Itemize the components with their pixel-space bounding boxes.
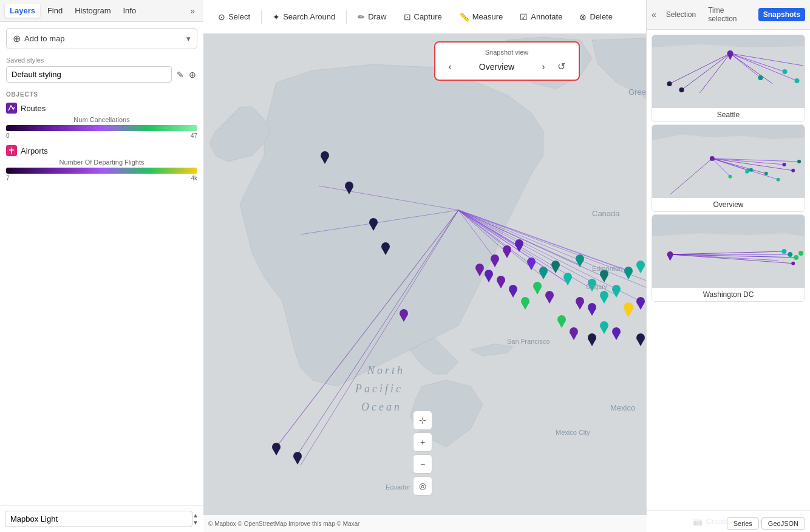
snapshot-thumb-dc (652, 215, 805, 288)
svg-point-51 (545, 291, 554, 299)
airports-gradient-bar (6, 168, 197, 174)
svg-point-99 (570, 327, 578, 336)
svg-point-178 (781, 249, 786, 254)
snapshot-prev-button[interactable]: ‹ (445, 60, 455, 73)
add-to-map-button[interactable]: ⊕ Add to map ▾ (6, 28, 197, 49)
panel-collapse-icon[interactable]: » (186, 5, 199, 17)
delete-label: Delete (590, 12, 613, 21)
svg-point-49 (533, 282, 542, 290)
draw-label: Draw (368, 12, 386, 21)
airports-min: 7 (6, 175, 10, 182)
svg-point-163 (777, 178, 780, 182)
tab-selection[interactable]: Selection (661, 8, 701, 21)
svg-point-59 (624, 267, 633, 275)
toolbar-separator-2 (346, 10, 347, 24)
edit-style-button[interactable]: ✎ (175, 69, 185, 81)
svg-point-101 (612, 327, 621, 336)
svg-point-180 (794, 255, 798, 260)
capture-label: Capture (414, 12, 442, 21)
svg-text:Canada: Canada (592, 209, 620, 218)
measure-icon: 📏 (459, 12, 469, 22)
svg-point-29 (475, 264, 484, 272)
airports-header: Airports (6, 145, 197, 156)
search-around-icon: ✦ (273, 12, 280, 22)
routes-icon (6, 103, 17, 114)
svg-point-69 (588, 303, 596, 312)
svg-text:Edmonton: Edmonton (592, 265, 622, 272)
chevron-down-icon: ▼ (192, 519, 199, 526)
airports-legend-range: 7 4k (6, 175, 197, 182)
svg-point-55 (521, 297, 529, 305)
snapshot-refresh-button[interactable]: ↺ (554, 60, 569, 73)
svg-point-107 (636, 333, 645, 342)
tab-info[interactable]: Info (118, 4, 141, 18)
snapshot-card-dc[interactable]: Washington DC (652, 214, 805, 302)
svg-point-61 (636, 261, 645, 269)
svg-point-67 (576, 297, 584, 305)
svg-point-85 (293, 452, 302, 460)
svg-point-39 (563, 273, 572, 281)
svg-point-150 (679, 87, 684, 92)
svg-point-91 (636, 297, 645, 305)
draw-tool-button[interactable]: ✏ Draw (350, 9, 393, 26)
style-icons: ✎ ⊕ (175, 69, 197, 81)
fit-to-view-button[interactable]: ⊹ (413, 411, 432, 430)
snapshot-thumb-seattle (652, 35, 805, 108)
svg-point-83 (272, 443, 281, 451)
svg-point-31 (485, 270, 493, 278)
add-style-button[interactable]: ⊕ (188, 69, 197, 81)
geojson-button[interactable]: GeoJSON (761, 517, 805, 530)
snapshot-current-name: Overview (460, 62, 533, 72)
tab-snapshots[interactable]: Snapshots (758, 8, 805, 21)
routes-min: 0 (6, 132, 10, 139)
airports-name: Airports (21, 146, 48, 155)
svg-point-164 (729, 175, 732, 179)
snapshot-card-seattle[interactable]: Seattle (652, 35, 805, 122)
right-panel: « Selection Time selection Snapshots (646, 0, 810, 532)
zoom-out-button[interactable]: − (413, 454, 432, 474)
svg-text:Ecuador: Ecuador (386, 483, 410, 491)
left-panel: Layers Find Histogram Info » ⊕ Add to ma… (0, 0, 203, 532)
svg-point-179 (788, 252, 792, 257)
delete-tool-button[interactable]: ⊗ Delete (572, 9, 620, 26)
search-around-tool-button[interactable]: ✦ Search Around (265, 9, 342, 26)
snapshot-card-overview[interactable]: Overview (652, 124, 805, 212)
attribution-bar: © Mapbox © OpenStreetMap Improve this ma… (203, 515, 810, 532)
tab-layers[interactable]: Layers (5, 4, 40, 18)
measure-tool-button[interactable]: 📏 Measure (452, 9, 511, 26)
svg-text:North: North (367, 364, 405, 377)
snapshot-overlay: Snapshot view ‹ Overview › ↺ (434, 41, 580, 81)
location-button[interactable]: ◎ (413, 476, 432, 496)
style-select[interactable]: Default styling (6, 66, 172, 83)
tab-find[interactable]: Find (43, 4, 67, 18)
right-panel-expand-icon[interactable]: « (652, 10, 656, 19)
routes-header: Routes (6, 103, 197, 114)
airports-object: Airports Number Of Departing Flights 7 4… (6, 145, 197, 182)
snapshots-list: Seattle (647, 30, 810, 510)
svg-point-53 (509, 285, 517, 293)
svg-point-165 (791, 169, 795, 172)
svg-point-167 (797, 160, 801, 163)
series-button[interactable]: Series (727, 517, 759, 530)
tab-histogram[interactable]: Histogram (70, 4, 115, 18)
basemap-selector: Mapbox Light ▲ ▼ (0, 505, 203, 532)
svg-point-169 (749, 168, 753, 172)
tab-time-selection[interactable]: Time selection (703, 4, 755, 26)
svg-point-75 (321, 151, 329, 160)
basemap-select[interactable]: Mapbox Light (5, 511, 192, 527)
snapshot-next-button[interactable]: › (538, 60, 548, 73)
capture-tool-button[interactable]: ⊡ Capture (396, 9, 449, 26)
airports-max: 4k (191, 175, 197, 182)
svg-text:Calgary: Calgary (586, 284, 607, 290)
snapshot-label-overview: Overview (652, 198, 805, 211)
capture-icon: ⊡ (404, 12, 411, 22)
chevron-down-icon: ▾ (186, 34, 191, 43)
zoom-in-button[interactable]: + (413, 432, 432, 452)
draw-icon: ✏ (358, 12, 365, 22)
routes-legend-label: Num Cancellations (6, 116, 197, 123)
annotate-tool-button[interactable]: ☑ Annotate (512, 9, 570, 26)
map-controls: ⊹ + − ◎ (413, 411, 432, 496)
svg-point-149 (667, 81, 672, 86)
select-tool-button[interactable]: ⊙ Select (211, 9, 257, 26)
search-around-label: Search Around (283, 12, 335, 21)
